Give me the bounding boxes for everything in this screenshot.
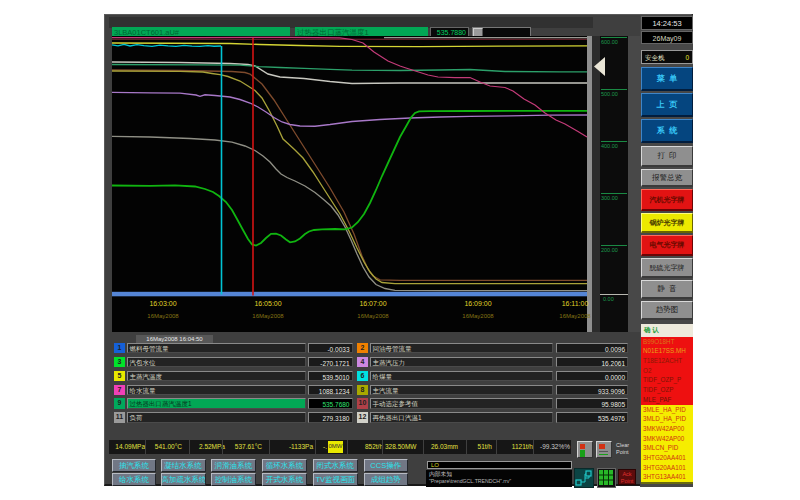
svg-text:16May2008: 16May2008 — [357, 313, 389, 319]
svg-text:16May2008: 16May2008 — [252, 313, 284, 319]
svg-text:16:07:00: 16:07:00 — [359, 300, 386, 307]
svg-text:16May2008: 16May2008 — [559, 313, 591, 319]
svg-text:16:05:00: 16:05:00 — [254, 300, 281, 307]
svg-text:16May2008: 16May2008 — [147, 313, 179, 319]
svg-text:16:03:00: 16:03:00 — [149, 300, 176, 307]
svg-text:16May2008: 16May2008 — [462, 313, 494, 319]
svg-text:16:11:00: 16:11:00 — [562, 300, 589, 307]
svg-text:16:09:00: 16:09:00 — [464, 300, 491, 307]
